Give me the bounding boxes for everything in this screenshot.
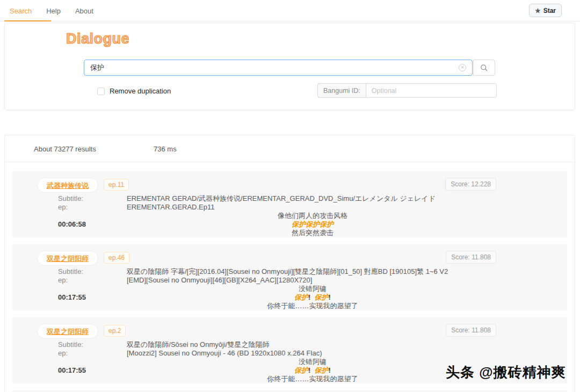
subtitle-label: Subtitle: — [58, 194, 127, 203]
result-meta: Subtitle: 双星の陰陽師/Sōsei no Onmyōji/雙星之陰陽師… — [58, 340, 567, 358]
result-title-link[interactable]: 双星之阴阳师 — [47, 255, 89, 263]
dialogue-line: 然后突然袭击 — [58, 229, 567, 237]
dialogue-block: 00:17:55 没错阿镛保护! 保护!你终于能……实现我的愿望了 — [12, 285, 567, 310]
dialogue-block: 00:06:58 像他们两人的攻击风格保护保护保护然后突然袭击 — [12, 212, 567, 237]
dialogue-text: 你终于能……实现我的愿望了 — [267, 302, 358, 310]
episode-tag: ep.2 — [104, 325, 126, 337]
remove-duplication-option[interactable]: Remove duplication — [97, 87, 171, 95]
dialogue-text: ! — [308, 293, 315, 301]
dialogue-text: 没错阿镛 — [299, 358, 327, 366]
dialogue-text: ! — [329, 293, 331, 301]
query-input-wrap: ✕ — [84, 60, 473, 76]
dialogue-lines: 像他们两人的攻击风格保护保护保护然后突然袭击 — [58, 212, 567, 237]
episode-tag: ep.46 — [104, 252, 129, 264]
bangumi-id-input[interactable] — [366, 83, 497, 98]
star-icon: ★ — [535, 8, 541, 14]
result-card: 武器种族传说 ep.11 Score: 12.228 Subtitle: ERE… — [12, 171, 567, 237]
dialogue-highlight: 保护 — [294, 293, 308, 301]
subtitle-label: Subtitle: — [58, 267, 127, 276]
subtitle-value: 双星の陰陽師/Sōsei no Onmyōji/雙星之陰陽師 — [127, 340, 269, 349]
ep-value: [EMD][Sousei no Onmyouji][46][GB][X264_A… — [127, 276, 312, 285]
score-badge: Score: 11.808 — [446, 324, 496, 337]
results-elapsed-time: 736 ms — [154, 145, 177, 153]
dialogue-text: 你终于能……实现我的愿望了 — [267, 375, 358, 383]
remove-duplication-checkbox[interactable] — [97, 88, 105, 95]
star-button-label: Star — [543, 7, 556, 14]
ep-label: ep: — [58, 203, 127, 212]
score-badge: Score: 12.228 — [445, 178, 496, 191]
results-header: About 73277 results 736 ms — [5, 135, 575, 162]
result-card: 双星之阴阳师 ep.46 Score: 11.808 Subtitle: 双星の… — [12, 244, 567, 310]
subtitle-label: Subtitle: — [58, 340, 127, 349]
watermark: 头条 @搬砖精神爽 — [446, 363, 566, 382]
results-list: 武器种族传说 ep.11 Score: 12.228 Subtitle: ERE… — [5, 162, 575, 392]
ep-label: ep: — [58, 276, 127, 285]
ep-value: EREMENTAR.GERAD.Ep11 — [127, 203, 215, 212]
dialogue-text: ! — [329, 366, 331, 374]
star-button[interactable]: ★ Star — [529, 4, 562, 17]
result-title-pill[interactable]: 双星之阴阳师 — [37, 251, 98, 266]
episode-tag: ep.11 — [104, 179, 129, 191]
results-panel: About 73277 results 736 ms 武器种族传说 ep.11 … — [4, 135, 575, 392]
bangumi-id-label: Bangumi ID: — [317, 83, 366, 98]
dialogue-lines: 没错阿镛保护! 保护!你终于能……实现我的愿望了 — [58, 285, 567, 310]
dialogue-line: 保护! 保护! — [58, 293, 567, 302]
dialogue-highlight: 保护 — [315, 366, 329, 374]
dialogue-time: 00:17:55 — [58, 293, 86, 302]
search-panel: Dialogue ✕ Remove duplication Bangumi ID… — [4, 23, 575, 110]
magnifier-icon — [480, 64, 488, 72]
result-meta: Subtitle: EREMENTAR GERAD/武器种族传说/EREMENT… — [58, 194, 567, 212]
ep-value: [Moozzi2] Sousei no Onmyouji - 46 (BD 19… — [127, 349, 322, 358]
dialogue-text: 像他们两人的攻击风格 — [278, 212, 347, 220]
dialogue-text: ! — [308, 366, 315, 374]
subtitle-value: 双星の陰陽師 字幕/[完][2016.04][Sousei no Onmyouj… — [127, 267, 448, 276]
app-logo: Dialogue — [66, 31, 129, 47]
dialogue-highlight: 保护 — [315, 293, 329, 301]
bangumi-id-group: Bangumi ID: — [317, 83, 497, 98]
dialogue-time: 00:17:55 — [58, 366, 86, 375]
dialogue-highlight: 保护保护保护 — [292, 220, 334, 228]
search-input[interactable] — [84, 60, 473, 76]
dialogue-line: 保护保护保护 — [58, 220, 567, 229]
ep-label: ep: — [58, 349, 127, 358]
dialogue-line: 像他们两人的攻击风格 — [58, 212, 567, 220]
subtitle-value: EREMENTAR GERAD/武器种族传说/EREMENTAR_GERAD_D… — [127, 194, 436, 203]
dialogue-line: 你终于能……实现我的愿望了 — [58, 302, 567, 310]
result-title-link[interactable]: 双星之阴阳师 — [47, 328, 89, 336]
query-row: ✕ — [84, 60, 495, 76]
dialogue-highlight: 保护 — [294, 366, 308, 374]
remove-duplication-label: Remove duplication — [110, 87, 171, 95]
tab-help[interactable]: Help — [46, 7, 61, 15]
dialogue-text: 然后突然袭击 — [292, 229, 334, 237]
result-title-pill[interactable]: 武器种族传说 — [37, 178, 98, 193]
result-meta: Subtitle: 双星の陰陽師 字幕/[完][2016.04][Sousei … — [58, 267, 567, 285]
results-count: About 73277 results — [34, 145, 96, 153]
score-badge: Score: 11.808 — [446, 251, 496, 264]
clear-input-icon[interactable]: ✕ — [459, 64, 466, 71]
top-nav: Search Help About ★ Star — [0, 0, 580, 21]
dialogue-text: 没错阿镛 — [299, 285, 327, 293]
nav-tabs: Search Help About — [10, 0, 93, 21]
search-button[interactable] — [473, 60, 495, 76]
tab-about[interactable]: About — [75, 7, 93, 15]
result-title-link[interactable]: 武器种族传说 — [47, 182, 89, 190]
dialogue-time: 00:06:58 — [58, 220, 86, 229]
tab-search[interactable]: Search — [10, 7, 32, 15]
dialogue-line: 没错阿镛 — [58, 285, 567, 293]
active-tab-underline — [4, 20, 51, 21]
result-title-pill[interactable]: 双星之阴阳师 — [37, 324, 98, 339]
